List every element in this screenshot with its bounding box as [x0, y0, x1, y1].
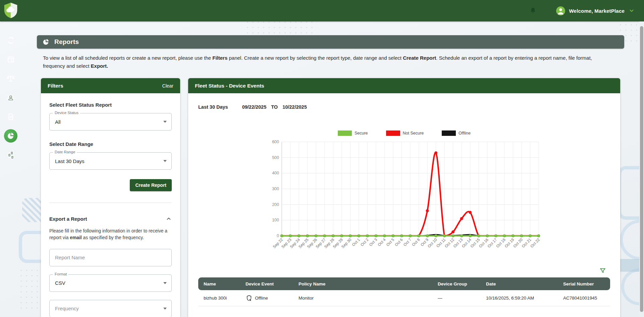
sidebar-item-reports[interactable]	[4, 129, 17, 143]
svg-text:Oct 1: Oct 1	[351, 237, 361, 247]
chevron-down-icon	[629, 8, 635, 14]
legend-item-secure[interactable]: Secure	[338, 130, 368, 136]
create-report-button[interactable]: Create Report	[130, 179, 172, 191]
legend-label: Not Secure	[403, 131, 424, 136]
sidebar	[0, 0, 21, 317]
sidebar-item-compliance[interactable]	[4, 72, 17, 85]
table-filter-button[interactable]	[599, 267, 606, 274]
col-device-event: Device Event	[246, 281, 299, 286]
table-row[interactable]: bizhub 300i Offline Monitor — 10/16/2025…	[198, 290, 610, 306]
range-start-date: 09/22/2025	[242, 104, 267, 110]
format-value: CSV	[55, 280, 65, 286]
notifications-button[interactable]	[529, 7, 537, 15]
export-description: Please fill in the following information…	[49, 228, 172, 242]
svg-text:300: 300	[272, 187, 279, 191]
chevron-down-icon	[163, 160, 167, 162]
col-name: Name	[204, 281, 246, 286]
svg-text:200: 200	[272, 202, 279, 207]
svg-text:Oct 7: Oct 7	[402, 237, 412, 247]
legend-swatch	[338, 130, 352, 136]
svg-text:500: 500	[272, 155, 279, 160]
clear-filters-button[interactable]: Clear	[162, 83, 173, 89]
sync-icon	[7, 36, 15, 45]
export-desc-bold-email: email	[70, 235, 82, 240]
filters-panel: Filters Clear Select Fleet Status Report…	[41, 78, 180, 317]
report-name-input[interactable]	[55, 249, 166, 266]
frequency-select[interactable]: Frequency	[49, 300, 172, 317]
filters-title: Filters	[48, 83, 63, 89]
funnel-icon	[599, 267, 606, 274]
svg-text:Oct 13: Oct 13	[452, 237, 463, 248]
filters-body: Select Fleet Status Report Device Status…	[41, 93, 180, 317]
range-to: TO	[271, 104, 278, 110]
range-label: Last 30 Days	[198, 104, 228, 110]
device-events-table: Name Device Event Policy Name Device Gro…	[198, 277, 610, 306]
svg-text:Oct 3: Oct 3	[368, 237, 378, 247]
sidebar-item-documents[interactable]	[4, 110, 17, 123]
shield-cloud-logo-icon	[3, 2, 18, 19]
svg-text:Oct 12: Oct 12	[444, 237, 455, 248]
bell-icon	[529, 7, 537, 15]
sidebar-item-sync[interactable]	[4, 34, 17, 47]
svg-text:Oct 22: Oct 22	[530, 237, 540, 248]
svg-text:Oct 2: Oct 2	[360, 237, 369, 247]
svg-text:Oct 21: Oct 21	[521, 237, 532, 248]
desc-bold-filters: Filters	[212, 55, 227, 61]
welcome-text: Welcome, MarketPlace	[569, 8, 625, 14]
collapse-export-button[interactable]	[166, 216, 172, 222]
svg-text:Oct 20: Oct 20	[513, 237, 523, 248]
cell-device-group: —	[438, 296, 486, 301]
sidebar-item-devices[interactable]	[4, 53, 17, 66]
date-range-heading: Select Date Range	[49, 141, 172, 147]
svg-text:Oct 8: Oct 8	[411, 237, 421, 247]
printer-icon	[7, 55, 15, 64]
date-range-summary: Last 30 Days 09/22/2025 TO 10/22/2025	[198, 104, 620, 110]
date-range-label: Date Range	[53, 150, 77, 154]
sidebar-item-settings[interactable]	[4, 148, 17, 162]
format-label: Format	[53, 272, 68, 276]
cell-policy-name: Monitor	[299, 296, 438, 301]
filters-header: Filters Clear	[41, 78, 180, 93]
svg-text:400: 400	[272, 171, 279, 175]
fleet-status-title: Fleet Status - Device Events	[195, 83, 264, 89]
pie-chart-icon	[42, 38, 50, 46]
fleet-status-heading: Select Fleet Status Report	[49, 102, 172, 108]
cell-device-event: Offline	[246, 295, 299, 302]
legend-swatch	[442, 130, 456, 136]
svg-text:Oct 10: Oct 10	[427, 237, 438, 248]
svg-text:Oct 19: Oct 19	[504, 237, 515, 248]
desc-bold-create-report: Create Report	[403, 55, 436, 61]
report-name-field-wrap	[49, 249, 172, 266]
page-description: To view a list of all scheduled reports …	[43, 54, 614, 70]
svg-text:Oct 6: Oct 6	[394, 237, 404, 247]
desc-text: panel. Create a new report by selecting …	[227, 55, 403, 61]
device-status-select[interactable]: Device Status All	[49, 113, 172, 130]
desc-text: To view a list of all scheduled reports …	[43, 55, 212, 61]
table-header-row: Name Device Event Policy Name Device Gro…	[198, 277, 610, 290]
date-range-value: Last 30 Days	[55, 158, 85, 164]
legend-item-offline[interactable]: Offline	[442, 130, 471, 136]
date-range-select[interactable]: Date Range Last 30 Days	[49, 152, 172, 170]
user-menu[interactable]: Welcome, MarketPlace	[556, 6, 635, 15]
svg-text:Oct 18: Oct 18	[495, 237, 506, 248]
col-serial-number: Serial Number	[563, 281, 605, 286]
sidebar-nav	[4, 34, 17, 162]
range-end-date: 10/22/2025	[282, 104, 307, 110]
cell-name: bizhub 300i	[204, 296, 246, 301]
svg-text:0: 0	[277, 233, 279, 238]
svg-text:Oct 17: Oct 17	[487, 237, 497, 248]
page-title: Reports	[54, 38, 79, 46]
scales-icon	[6, 74, 15, 83]
app-logo	[3, 2, 18, 19]
legend-item-not-secure[interactable]: Not Secure	[386, 130, 424, 136]
format-select[interactable]: Format CSV	[49, 274, 172, 292]
scrollbar-thumb[interactable]	[640, 26, 643, 312]
col-device-group: Device Group	[438, 281, 486, 286]
chevron-down-icon	[163, 308, 167, 310]
pie-chart-icon	[7, 132, 15, 140]
sliders-icon	[7, 151, 15, 159]
cell-date: 10/16/2025, 6:59:20 AM	[486, 296, 563, 301]
users-icon	[6, 93, 15, 102]
sidebar-item-users[interactable]	[4, 91, 17, 104]
fleet-status-chart: 0100200300400500600Sep 22Sep 23Sep 24Sep…	[265, 137, 543, 271]
